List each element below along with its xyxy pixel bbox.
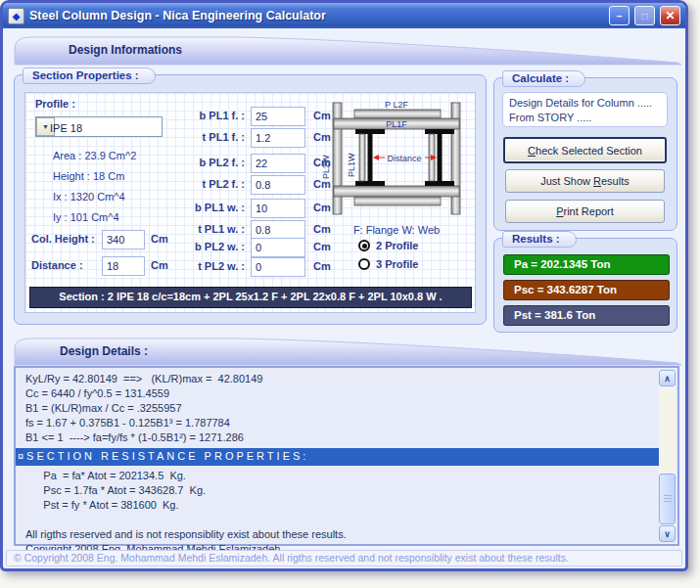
design-details-text: KyL/Ry = 42.80149 ==> (KL/R)max = 42.801… (25, 372, 654, 557)
print-report-button[interactable]: Print Report (505, 200, 665, 223)
app-icon: ◆ (8, 8, 24, 24)
section-summary: Section : 2 IPE 18 c/c=18cm + 2PL 25x1.2… (29, 287, 472, 308)
section-resistance-heading: ¤SECTION RESISTANCE PROPERTIES: (16, 448, 660, 466)
profile-label: Profile : (35, 98, 75, 110)
t-pl2w-label: t PL2 w. : (172, 260, 245, 272)
plate-pl1w-left (359, 134, 365, 181)
app-window: ◆ Steel Column Design - Nica Engineering… (0, 0, 688, 571)
scroll-down-icon: ∨ (664, 529, 671, 539)
detail-line: Psc = 1.7fa * Atot = 343628.7 Kg. (25, 483, 654, 498)
radio-icon (358, 240, 370, 251)
title-bar: ◆ Steel Column Design - Nica Engineering… (3, 3, 685, 28)
scroll-up-button[interactable]: ∧ (659, 370, 676, 386)
minimize-button[interactable]: – (609, 6, 630, 25)
cross-section-diagram: P L2F PL1F PL2W PL1W Distance (321, 95, 472, 220)
button-text: rint Report (563, 205, 613, 217)
result-pst: Pst = 381.6 Ton (503, 305, 670, 326)
b-pl1w-input[interactable] (251, 199, 305, 218)
section-properties-title: Section Properties : (23, 68, 156, 84)
t-pl2f-input[interactable] (251, 175, 305, 195)
t-pl1f-input[interactable] (251, 128, 305, 148)
label-distance: Distance (387, 154, 421, 163)
distance-label: Distance : (31, 259, 83, 271)
radio-2-profile[interactable]: 2 Profile (358, 240, 418, 251)
radio-3-profile-label: 3 Profile (376, 258, 418, 270)
check-selected-section-button[interactable]: Check Selected Section (503, 137, 667, 163)
label-pl2w: PL2W (321, 155, 331, 179)
label-pl2f: P L2F (385, 100, 408, 110)
plate-field-row: b PL2 w. : Cm (172, 238, 466, 257)
detail-line (25, 513, 654, 527)
label-pl1f: PL1F (386, 119, 407, 129)
calculate-group: Calculate : Design Details for Column ..… (493, 77, 677, 231)
close-button[interactable]: ✕ (660, 6, 680, 25)
detail-line: Cc = 6440 / fy^0.5 = 131.4559 (25, 386, 654, 401)
b-pl1f-input[interactable] (251, 107, 305, 126)
plate-pl2f-bottom (354, 197, 441, 205)
calculate-info-line2: From STORY ..... (509, 111, 661, 125)
grip-icon (664, 495, 672, 503)
distance-unit: Cm (151, 259, 168, 271)
detail-line: B1 = (KL/R)max / Cc = .3255957 (25, 401, 654, 416)
results-group: Results : Pa = 202.1345 Ton Psc = 343.62… (493, 238, 677, 333)
t-pl1w-label: t PL1 w. : (172, 223, 245, 235)
page-header-label: Design Informations (69, 43, 182, 57)
col-height-unit: Cm (151, 233, 168, 245)
distance-input[interactable] (102, 256, 145, 276)
arrow-left-icon (373, 155, 379, 160)
detail-line: KyL/Ry = 42.80149 ==> (KL/R)max = 42.801… (25, 372, 654, 386)
t-pl2f-label: t PL2 f. : (172, 178, 245, 190)
design-details-label: Design Details : (60, 344, 148, 358)
calculate-info-line1: Design Details for Column ..... (509, 96, 661, 111)
design-details-panel: KyL/Ry = 42.80149 ==> (KL/R)max = 42.801… (14, 366, 679, 546)
profile-ix: Ix : 1320 Cm^4 (53, 187, 136, 207)
result-pa: Pa = 202.1345 Ton (503, 254, 670, 275)
plate-pl2f-top (354, 110, 441, 118)
status-bar: © Copyright 2008 Eng. Mohammad Mehdi Esl… (6, 550, 682, 566)
just-show-results-button[interactable]: Just Show Results (505, 169, 665, 193)
maximize-button[interactable]: □ (634, 6, 655, 25)
button-text: Just Show (540, 175, 593, 187)
button-accel: C (528, 145, 536, 157)
b-pl1f-label: b PL1 f. : (172, 110, 245, 121)
detail-line: Pa = fa* Atot = 202134.5 Kg. (25, 469, 654, 483)
plate-pl1f-bottom (334, 186, 459, 197)
t-pl2w-unit: Cm (313, 260, 331, 272)
profile-info: Area : 23.9 Cm^2 Height : 18 Cm Ix : 132… (53, 146, 136, 228)
col-height-input[interactable] (102, 230, 145, 249)
minimize-icon: – (617, 11, 623, 22)
t-pl1f-label: t PL1 f. : (172, 131, 245, 143)
close-icon: ✕ (665, 9, 675, 23)
radio-3-profile[interactable]: 3 Profile (358, 258, 418, 270)
b-pl2w-input[interactable] (251, 238, 305, 257)
plate-field-row: t PL2 w. : Cm (172, 257, 466, 277)
detail-line: B1 <= 1 ----> fa=fy/fs * (1-0.5B1²) = 12… (25, 430, 654, 445)
detail-line: fs = 1.67 + 0.375B1 - 0.125B1³ = 1.78778… (25, 416, 654, 430)
diamond-icon: ◆ (13, 11, 21, 22)
calculate-info: Design Details for Column ..... From STO… (502, 92, 668, 127)
scroll-down-button[interactable]: ∨ (659, 525, 676, 542)
button-accel: P (556, 205, 563, 217)
button-accel: R (593, 175, 601, 187)
window-title: Steel Column Design - Nica Engineering C… (29, 9, 604, 23)
radio-2-profile-label: 2 Profile (376, 240, 418, 251)
detail-line: Pst = fy * Atot = 381600 Kg. (25, 498, 654, 513)
button-text: heck Selected Section (536, 145, 642, 157)
section-properties-panel: Profile : IPE 18 ▼ Area : 23.9 Cm^2 Heig… (24, 92, 476, 313)
b-pl2f-input[interactable] (251, 154, 305, 173)
maximize-icon: □ (641, 11, 647, 22)
profile-height: Height : 18 Cm (53, 166, 136, 187)
b-pl1w-label: b PL1 w. : (172, 202, 245, 213)
detail-line: All rigths reserved and is not responsib… (25, 527, 654, 542)
profile-dropdown-value: IPE 18 (46, 121, 138, 136)
button-text: esults (601, 175, 630, 187)
profile-dropdown[interactable]: IPE 18 ▼ (35, 116, 163, 137)
t-pl2w-input[interactable] (251, 257, 305, 277)
vertical-scrollbar[interactable]: ∧ ∨ (659, 370, 676, 542)
profile-area: Area : 23.9 Cm^2 (53, 146, 136, 166)
t-pl1w-input[interactable] (251, 220, 305, 240)
flange-web-legend: F: Flange W: Web (321, 224, 472, 236)
col-height-label: Col. Height : (31, 233, 95, 245)
scrollbar-thumb[interactable] (659, 474, 676, 524)
design-details-header: Design Details : (8, 336, 683, 366)
